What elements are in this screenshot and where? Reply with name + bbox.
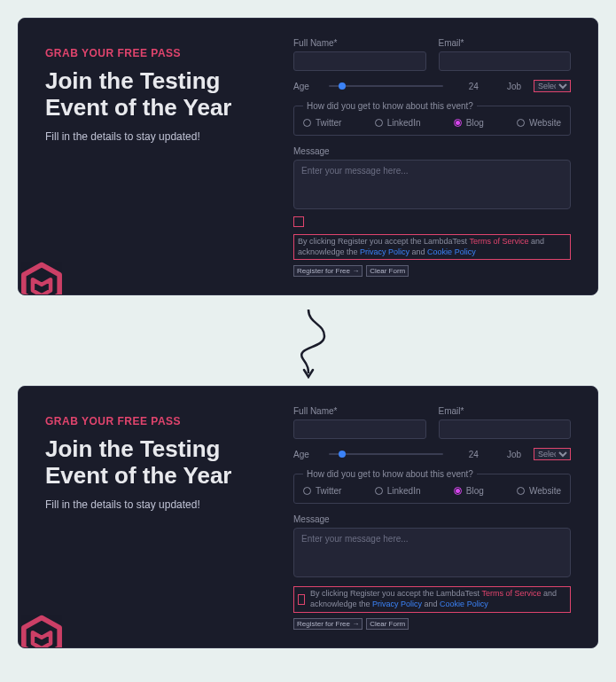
message-label: Message: [293, 514, 571, 524]
age-slider-thumb[interactable]: [339, 82, 346, 90]
message-textarea[interactable]: [293, 528, 571, 577]
cookie-policy-link[interactable]: Cookie Policy: [427, 247, 476, 256]
radio-linkedin[interactable]: LinkedIn: [375, 486, 421, 496]
connector-arrow-icon: [18, 308, 598, 379]
email-label: Email*: [439, 38, 572, 48]
radio-linkedin[interactable]: LinkedIn: [375, 118, 421, 128]
job-label: Job: [507, 450, 521, 459]
register-button[interactable]: Register for Free →: [293, 265, 363, 277]
form-column: Full Name* Email* Age 24 Job Select How …: [293, 38, 571, 277]
registration-panel-variant-b: GRAB YOUR FREE PASS Join the Testing Eve…: [18, 386, 598, 647]
referral-fieldset: How did you get to know about this event…: [293, 469, 571, 504]
headline: Join the Testing Event of the Year: [45, 68, 276, 122]
terms-checkbox[interactable]: [298, 594, 305, 605]
terms-checkbox[interactable]: [293, 216, 304, 227]
hero-column: GRAB YOUR FREE PASS Join the Testing Eve…: [45, 406, 276, 629]
clear-button[interactable]: Clear Form: [366, 265, 409, 277]
message-textarea[interactable]: [293, 160, 571, 209]
privacy-policy-link[interactable]: Privacy Policy: [360, 247, 409, 256]
age-slider-thumb[interactable]: [339, 451, 346, 458]
radio-blog[interactable]: Blog: [454, 486, 484, 496]
radio-website[interactable]: Website: [517, 118, 561, 128]
cookie-policy-link[interactable]: Cookie Policy: [440, 600, 488, 608]
form-column: Full Name* Email* Age 24 Job Select How …: [293, 406, 571, 629]
job-select[interactable]: Select: [534, 448, 571, 460]
terms-of-service-link[interactable]: Terms of Service: [481, 589, 541, 598]
brand-logo-icon: [18, 614, 66, 648]
referral-legend: How did you get to know about this event…: [303, 101, 477, 111]
referral-legend: How did you get to know about this event…: [303, 469, 477, 479]
email-label: Email*: [439, 406, 572, 416]
terms-text: By clicking Register you accept the Lamb…: [293, 234, 571, 260]
full-name-label: Full Name*: [293, 406, 426, 416]
age-slider[interactable]: [329, 453, 443, 455]
privacy-policy-link[interactable]: Privacy Policy: [372, 600, 422, 608]
email-input[interactable]: [439, 51, 572, 71]
age-label: Age: [293, 82, 309, 91]
age-label: Age: [293, 450, 309, 459]
subline: Fill in the details to stay updated!: [45, 130, 276, 143]
registration-panel-variant-a: GRAB YOUR FREE PASS Join the Testing Eve…: [18, 18, 598, 295]
full-name-input[interactable]: [293, 419, 426, 439]
register-button[interactable]: Register for Free →: [293, 618, 363, 630]
radio-blog[interactable]: Blog: [454, 118, 484, 128]
clear-button[interactable]: Clear Form: [366, 618, 409, 630]
terms-row: By clicking Register you accept the Lamb…: [293, 586, 571, 612]
subline: Fill in the details to stay updated!: [45, 498, 276, 511]
eyebrow: GRAB YOUR FREE PASS: [45, 415, 276, 427]
radio-twitter[interactable]: Twitter: [303, 486, 341, 496]
email-input[interactable]: [439, 419, 572, 439]
full-name-input[interactable]: [293, 51, 426, 71]
eyebrow: GRAB YOUR FREE PASS: [45, 47, 276, 59]
headline: Join the Testing Event of the Year: [45, 436, 276, 490]
referral-fieldset: How did you get to know about this event…: [293, 101, 571, 136]
job-label: Job: [507, 82, 521, 91]
message-label: Message: [293, 146, 571, 156]
radio-website[interactable]: Website: [517, 486, 561, 496]
age-slider[interactable]: [329, 85, 443, 87]
brand-logo-icon: [18, 261, 66, 295]
age-value: 24: [463, 450, 479, 459]
radio-twitter[interactable]: Twitter: [303, 118, 341, 128]
hero-column: GRAB YOUR FREE PASS Join the Testing Eve…: [45, 38, 276, 277]
full-name-label: Full Name*: [293, 38, 426, 48]
terms-of-service-link[interactable]: Terms of Service: [469, 237, 528, 246]
age-value: 24: [463, 82, 479, 91]
job-select[interactable]: Select: [534, 80, 571, 92]
